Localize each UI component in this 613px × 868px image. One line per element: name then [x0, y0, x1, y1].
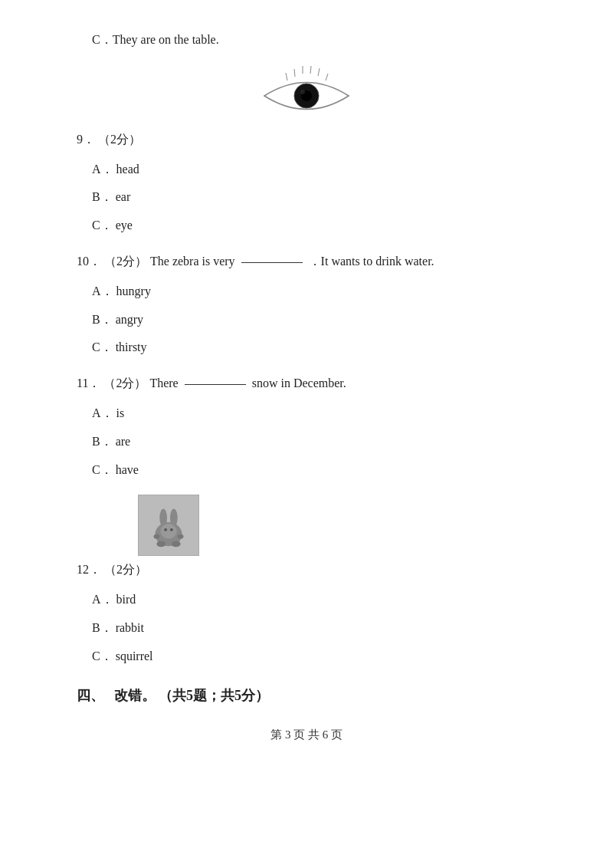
q10-text: 10． （2分） The zebra is very ．It wants to … — [77, 251, 536, 273]
q12-option-b[interactable]: B． rabbit — [92, 617, 536, 639]
q9-points: （2分） — [98, 133, 141, 146]
q11-number: 11． — [77, 376, 100, 390]
q11-option-b[interactable]: B． are — [92, 431, 536, 453]
svg-point-11 — [159, 509, 167, 527]
option-text: C．They are on the table. — [92, 29, 536, 51]
eye-image-container — [77, 65, 536, 123]
q12-points: （2分） — [104, 563, 147, 576]
q10-points: （2分） — [104, 255, 147, 268]
q11-text-before: There — [149, 376, 178, 390]
page-footer: 第 3 页 共 6 页 — [77, 728, 536, 742]
svg-point-8 — [300, 90, 305, 94]
q11-option-c[interactable]: C． have — [92, 459, 536, 482]
q10-number: 10． — [77, 255, 101, 268]
question-9: 9． （2分） A． head B． ear C． eye — [77, 65, 536, 237]
svg-point-17 — [172, 541, 181, 547]
eye-icon — [257, 65, 356, 123]
question-10: 10． （2分） The zebra is very ．It wants to … — [77, 251, 536, 359]
svg-point-18 — [154, 534, 160, 539]
q10-option-b[interactable]: B． angry — [92, 309, 536, 331]
section-four-header: 四、 改错。 （共5题；共5分） — [77, 686, 536, 705]
svg-line-0 — [286, 73, 287, 81]
svg-point-16 — [156, 541, 166, 547]
q9-number: 9． — [77, 133, 95, 146]
q10-option-c[interactable]: C． thirsty — [92, 337, 536, 359]
q11-option-a[interactable]: A． is — [92, 403, 536, 425]
q10-text-after: ．It wants to drink water. — [309, 255, 434, 268]
question-11: 11． （2分） There snow in December. A． is B… — [77, 373, 536, 481]
svg-point-12 — [170, 509, 178, 527]
svg-point-19 — [178, 534, 184, 539]
q12-option-c[interactable]: C． squirrel — [92, 646, 536, 668]
prev-option-c: C．They are on the table. — [77, 29, 536, 51]
svg-point-14 — [164, 528, 167, 531]
svg-line-1 — [294, 69, 295, 77]
q11-text-after: snow in December. — [252, 376, 346, 390]
section-title: 改错。 — [114, 688, 156, 703]
section-detail: （共5题；共5分） — [159, 688, 269, 703]
q11-points: （2分） — [103, 376, 146, 390]
svg-line-4 — [318, 68, 320, 76]
svg-point-13 — [160, 524, 176, 539]
q10-option-a[interactable]: A． hungry — [92, 281, 536, 303]
rabbit-icon — [138, 495, 199, 556]
question-12: 12． （2分） A． bird B． rabbit C． squirrel — [77, 495, 536, 667]
q12-option-a[interactable]: A． bird — [92, 589, 536, 611]
svg-line-3 — [310, 66, 311, 74]
q10-text-before: The zebra is very — [150, 255, 235, 268]
q9-option-c[interactable]: C． eye — [92, 215, 536, 237]
q9-option-b[interactable]: B． ear — [92, 186, 536, 209]
section-number: 四、 — [77, 688, 104, 703]
q11-blank — [185, 384, 246, 385]
svg-line-5 — [326, 74, 328, 81]
q9-label: 9． （2分） — [77, 129, 536, 151]
q11-text: 11． （2分） There snow in December. — [77, 373, 536, 395]
q12-number: 12． — [77, 563, 101, 576]
footer-text: 第 3 页 共 6 页 — [270, 728, 343, 741]
q10-blank — [241, 262, 303, 263]
svg-point-15 — [170, 528, 173, 531]
q12-label: 12． （2分） — [77, 559, 536, 581]
rabbit-image-container — [138, 495, 536, 556]
q9-option-a[interactable]: A． head — [92, 159, 536, 181]
